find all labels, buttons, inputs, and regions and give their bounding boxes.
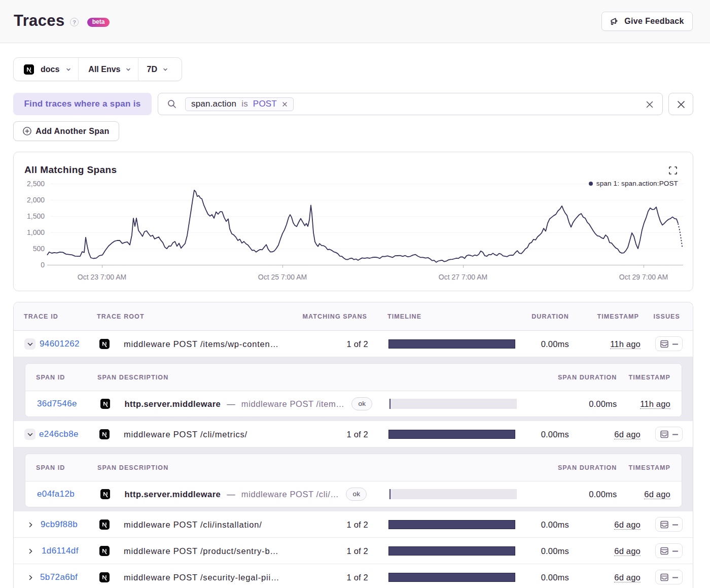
svg-text:1,500: 1,500 bbox=[27, 212, 45, 220]
svg-text:Oct 25 7:00 AM: Oct 25 7:00 AM bbox=[258, 273, 307, 281]
svg-text:0: 0 bbox=[41, 261, 45, 269]
svg-text:Oct 27 7:00 AM: Oct 27 7:00 AM bbox=[439, 273, 488, 281]
svg-text:2,000: 2,000 bbox=[27, 196, 45, 204]
svg-text:500: 500 bbox=[33, 245, 45, 253]
svg-text:2,500: 2,500 bbox=[27, 180, 45, 188]
svg-text:Oct 29 7:00 AM: Oct 29 7:00 AM bbox=[619, 273, 668, 281]
svg-text:1,000: 1,000 bbox=[27, 228, 45, 236]
svg-text:Oct 23 7:00 AM: Oct 23 7:00 AM bbox=[78, 273, 127, 281]
